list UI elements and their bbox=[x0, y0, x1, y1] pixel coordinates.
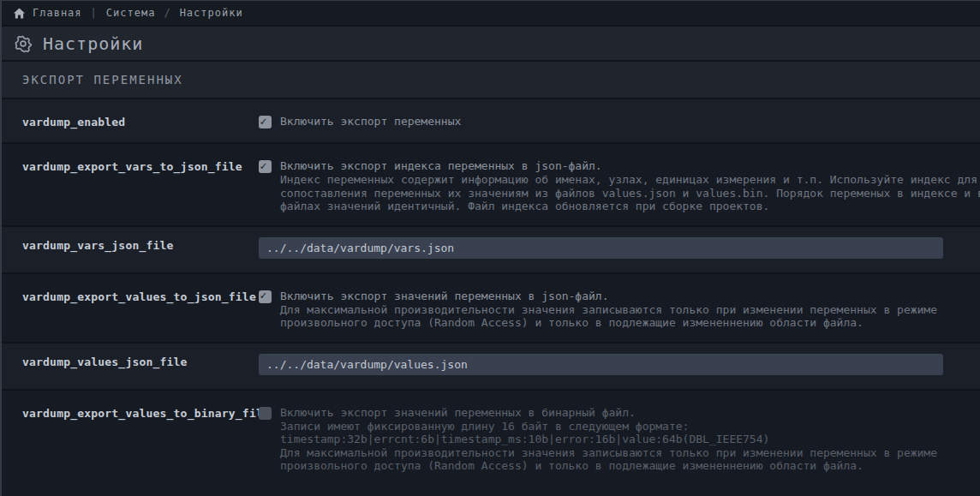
setting-control: ✓ Включить экспорт значений переменных в… bbox=[259, 405, 980, 473]
checkbox-label: Включить экспорт индекса переменных в js… bbox=[280, 158, 602, 173]
page-title: Настройки bbox=[43, 33, 143, 54]
setting-description: Индекс переменных содержит информацию об… bbox=[280, 173, 963, 213]
title-bar: Настройки bbox=[2, 27, 980, 62]
gear-icon bbox=[14, 34, 33, 53]
setting-control bbox=[259, 237, 980, 259]
vardump-vars-json-file-input[interactable] bbox=[259, 237, 943, 259]
setting-row-vardump-export-values-to-json-file: vardump_export_values_to_json_file ✓ Вкл… bbox=[2, 274, 980, 344]
setting-key: vardump_export_values_to_binary_file bbox=[2, 405, 259, 420]
settings-rows: vardump_enabled ✓ Включить экспорт перем… bbox=[2, 99, 980, 496]
setting-key: vardump_values_json_file bbox=[2, 354, 259, 368]
setting-row-vardump-export-values-to-binary-file: vardump_export_values_to_binary_file ✓ В… bbox=[2, 391, 980, 496]
checkbox-label: Включить экспорт значений переменных в j… bbox=[280, 289, 609, 303]
setting-control bbox=[259, 354, 980, 375]
checkbox-label: Включить экспорт значений переменных в б… bbox=[280, 405, 636, 420]
checkmark-icon: ✓ bbox=[260, 115, 267, 128]
setting-description: Для максимальной производительности знач… bbox=[280, 303, 963, 330]
vardump-export-values-to-binary-file-checkbox[interactable]: ✓ bbox=[259, 407, 272, 420]
breadcrumb-current: Настройки bbox=[180, 7, 243, 19]
section-header-export-vars: ЭКСПОРТ ПЕРЕМЕННЫХ bbox=[2, 62, 980, 99]
breadcrumb-separator: | bbox=[91, 7, 98, 19]
setting-key: vardump_export_vars_to_json_file bbox=[2, 158, 259, 173]
settings-page: Главная | Система / Настройки Настройки … bbox=[0, 0, 980, 496]
breadcrumb: Главная | Система / Настройки bbox=[2, 1, 980, 27]
breadcrumb-home[interactable]: Главная bbox=[33, 7, 82, 19]
setting-control: ✓ Включить экспорт значений переменных в… bbox=[259, 289, 980, 330]
home-icon[interactable] bbox=[13, 7, 26, 20]
checkmark-icon: ✓ bbox=[260, 159, 267, 172]
setting-row-vardump-enabled: vardump_enabled ✓ Включить экспорт перем… bbox=[2, 99, 980, 144]
breadcrumb-separator: / bbox=[164, 7, 170, 19]
checkbox-label: Включить экспорт переменных bbox=[280, 114, 461, 128]
vardump-values-json-file-input[interactable] bbox=[259, 354, 943, 375]
vardump-enabled-checkbox[interactable]: ✓ bbox=[259, 116, 272, 128]
vardump-export-values-to-json-file-checkbox[interactable]: ✓ bbox=[259, 290, 272, 303]
setting-row-vardump-vars-json-file: vardump_vars_json_file bbox=[2, 227, 980, 274]
setting-key: vardump_enabled bbox=[2, 114, 259, 128]
setting-row-vardump-values-json-file: vardump_values_json_file bbox=[2, 344, 980, 391]
breadcrumb-system[interactable]: Система bbox=[106, 7, 156, 19]
checkmark-icon: ✓ bbox=[260, 289, 267, 302]
vardump-export-vars-to-json-file-checkbox[interactable]: ✓ bbox=[259, 160, 272, 173]
setting-key: vardump_export_values_to_json_file bbox=[2, 289, 259, 303]
setting-row-vardump-export-vars-to-json-file: vardump_export_vars_to_json_file ✓ Включ… bbox=[2, 144, 980, 227]
setting-description: Записи имеют фиксированную длину 16 байт… bbox=[280, 420, 963, 473]
setting-control: ✓ Включить экспорт индекса переменных в … bbox=[259, 158, 980, 213]
setting-key: vardump_vars_json_file bbox=[2, 237, 259, 252]
setting-control: ✓ Включить экспорт переменных bbox=[259, 114, 980, 128]
